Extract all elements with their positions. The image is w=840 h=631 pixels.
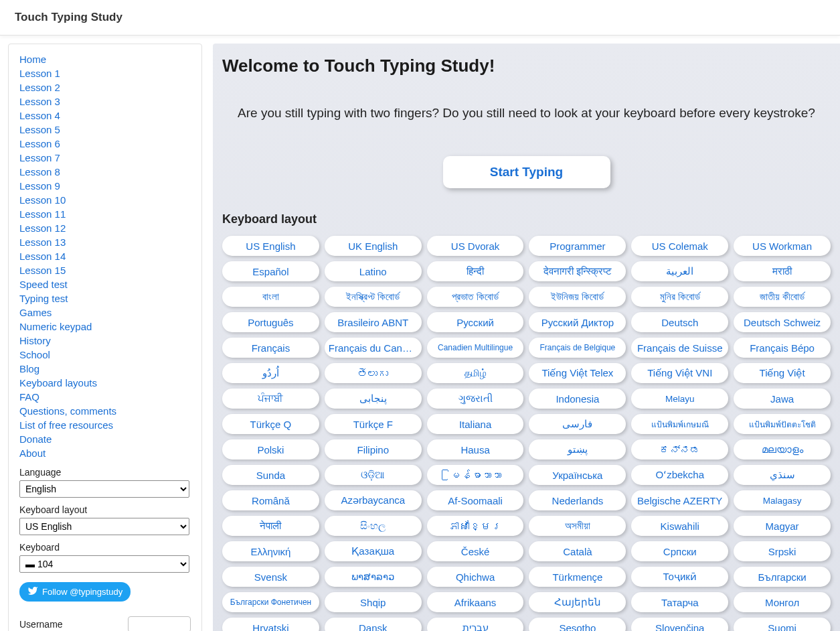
keyboard-layout-chip[interactable]: Български Фонетичен bbox=[222, 592, 319, 612]
keyboard-layout-chip[interactable]: ଓଡ଼ିଆ bbox=[325, 465, 422, 485]
keyboard-layout-chip[interactable]: සිංහල bbox=[325, 516, 422, 536]
keyboard-layout-chip[interactable]: Română bbox=[222, 490, 319, 510]
sidebar-link[interactable]: Lesson 13 bbox=[19, 235, 191, 249]
keyboard-layout-chip[interactable]: Latino bbox=[325, 261, 422, 281]
sidebar-link[interactable]: Lesson 9 bbox=[19, 179, 191, 193]
start-typing-button[interactable]: Start Typing bbox=[443, 156, 610, 188]
username-input[interactable] bbox=[128, 616, 191, 631]
keyboard-layout-chip[interactable]: ગુજરાતી bbox=[427, 389, 524, 409]
keyboard-layout-chip[interactable]: Español bbox=[222, 261, 319, 281]
keyboard-layout-chip[interactable]: Oʻzbekcha bbox=[631, 465, 728, 485]
keyboard-layout-chip[interactable]: মুনির কিবোর্ড bbox=[631, 287, 728, 307]
keyboard-layout-chip[interactable]: Canadien Multilingue bbox=[427, 338, 524, 358]
keyboard-layout-chip[interactable]: Italiana bbox=[427, 414, 524, 434]
keyboard-layout-chip[interactable]: แป้นพิมพ์เกษมณี bbox=[631, 414, 728, 434]
keyboard-layout-chip[interactable]: मराठी bbox=[734, 261, 831, 281]
sidebar-link[interactable]: Typing test bbox=[19, 291, 191, 305]
keyboard-layout-chip[interactable]: မြန်မာဘာသာ bbox=[427, 465, 524, 485]
sidebar-link[interactable]: History bbox=[19, 334, 191, 348]
keyboard-layout-chip[interactable]: České bbox=[427, 541, 524, 561]
sidebar-link[interactable]: Home bbox=[19, 52, 191, 66]
keyboard-layout-chip[interactable]: Shqip bbox=[325, 592, 422, 612]
keyboard-layout-chip[interactable]: Srpski bbox=[734, 541, 831, 561]
keyboard-layout-chip[interactable]: Қазақша bbox=[325, 541, 422, 561]
keyboard-layout-chip[interactable]: سنڌي bbox=[734, 465, 831, 485]
keyboard-layout-chip[interactable]: Dansk bbox=[325, 618, 422, 631]
keyboard-layout-chip[interactable]: Hausa bbox=[427, 439, 524, 460]
keyboard-layout-chip[interactable]: Français bbox=[222, 338, 319, 358]
sidebar-link[interactable]: Lesson 3 bbox=[19, 94, 191, 109]
keyboard-layout-chip[interactable]: Català bbox=[529, 541, 626, 561]
keyboard-layout-chip[interactable]: Tiếng Việt VNI bbox=[631, 363, 728, 383]
keyboard-layout-chip[interactable]: ພາສາລາວ bbox=[325, 567, 422, 587]
sidebar-link[interactable]: Lesson 7 bbox=[19, 151, 191, 165]
keyboard-layout-chip[interactable]: தமிழ் bbox=[427, 363, 524, 383]
keyboard-select[interactable]: ▬ 104 bbox=[19, 555, 189, 573]
keyboard-layout-chip[interactable]: తెలుగు bbox=[325, 363, 422, 383]
sidebar-link[interactable]: Lesson 2 bbox=[19, 80, 191, 94]
keyboard-layout-chip[interactable]: Српски bbox=[631, 541, 728, 561]
keyboard-layout-chip[interactable]: Монгол bbox=[734, 592, 831, 612]
language-select[interactable]: English bbox=[19, 480, 189, 498]
keyboard-layout-chip[interactable]: ইনস্ক্রিপ্ট কিবোর্ড bbox=[325, 287, 422, 307]
keyboard-layout-chip[interactable]: Français Bépo bbox=[734, 338, 831, 358]
keyboard-layout-chip[interactable]: Тоҷикӣ bbox=[631, 567, 728, 587]
sidebar-link[interactable]: Keyboard layouts bbox=[19, 376, 191, 390]
keyboard-layout-chip[interactable]: ಕನ್ನಡ bbox=[631, 439, 728, 460]
keyboard-layout-chip[interactable]: Sesotho bbox=[529, 618, 626, 631]
keyboard-layout-chip[interactable]: עברית bbox=[427, 618, 524, 631]
keyboard-layout-chip[interactable]: Русский Диктор bbox=[529, 312, 626, 332]
keyboard-layout-chip[interactable]: জাতীয় কীবোর্ড bbox=[734, 287, 831, 307]
keyboard-layout-chip[interactable]: Français du Canada bbox=[325, 338, 422, 358]
sidebar-link[interactable]: Speed test bbox=[19, 277, 191, 291]
keyboard-layout-chip[interactable]: Українська bbox=[529, 465, 626, 485]
keyboard-layout-chip[interactable]: Türkçe F bbox=[325, 414, 422, 434]
keyboard-layout-chip[interactable]: বাংলা bbox=[222, 287, 319, 307]
sidebar-link[interactable]: Lesson 5 bbox=[19, 123, 191, 137]
keyboard-layout-chip[interactable]: Suomi bbox=[734, 618, 831, 631]
keyboard-layout-chip[interactable]: Polski bbox=[222, 439, 319, 460]
sidebar-link[interactable]: Lesson 6 bbox=[19, 137, 191, 151]
keyboard-layout-chip[interactable]: Qhichwa bbox=[427, 567, 524, 587]
keyboard-layout-chip[interactable]: US Dvorak bbox=[427, 236, 524, 256]
sidebar-link[interactable]: Lesson 12 bbox=[19, 221, 191, 235]
keyboard-layout-chip[interactable]: Français de Belgique bbox=[529, 338, 626, 358]
keyboard-layout-chip[interactable]: แป้นพิมพ์ปัตตะโชติ bbox=[734, 414, 831, 434]
keyboard-layout-chip[interactable]: Tiếng Việt Telex bbox=[529, 363, 626, 383]
keyboard-layout-chip[interactable]: Sunda bbox=[222, 465, 319, 485]
keyboard-layout-chip[interactable]: Português bbox=[222, 312, 319, 332]
keyboard-layout-chip[interactable]: Afrikaans bbox=[427, 592, 524, 612]
keyboard-layout-chip[interactable]: Programmer bbox=[529, 236, 626, 256]
keyboard-layout-chip[interactable]: देवनागरी इन्स्क्रिप्ट bbox=[529, 261, 626, 281]
sidebar-link[interactable]: Lesson 1 bbox=[19, 66, 191, 80]
keyboard-layout-chip[interactable]: Ελληνική bbox=[222, 541, 319, 561]
keyboard-layout-chip[interactable]: Magyar bbox=[734, 516, 831, 536]
keyboard-layout-chip[interactable]: हिन्दी bbox=[427, 261, 524, 281]
keyboard-layout-chip[interactable]: Azərbaycanca bbox=[325, 490, 422, 510]
sidebar-link[interactable]: List of free resources bbox=[19, 418, 191, 432]
sidebar-link[interactable]: Blog bbox=[19, 362, 191, 376]
keyboard-layout-chip[interactable]: UK English bbox=[325, 236, 422, 256]
keyboard-layout-chip[interactable]: Indonesia bbox=[529, 389, 626, 409]
keyboard-layout-chip[interactable]: Deutsch Schweiz bbox=[734, 312, 831, 332]
sidebar-link[interactable]: Lesson 15 bbox=[19, 263, 191, 277]
keyboard-layout-chip[interactable]: پښتو bbox=[529, 439, 626, 460]
keyboard-layout-chip[interactable]: Türkçe Q bbox=[222, 414, 319, 434]
sidebar-link[interactable]: Questions, comments bbox=[19, 404, 191, 418]
keyboard-layout-chip[interactable]: Български bbox=[734, 567, 831, 587]
keyboard-layout-chip[interactable]: Hrvatski bbox=[222, 618, 319, 631]
keyboard-layout-chip[interactable]: Af-Soomaali bbox=[427, 490, 524, 510]
keyboard-layout-chip[interactable]: Svensk bbox=[222, 567, 319, 587]
sidebar-link[interactable]: Numeric keypad bbox=[19, 320, 191, 334]
keyboard-layout-chip[interactable]: Français de Suisse bbox=[631, 338, 728, 358]
keyboard-layout-select[interactable]: US English bbox=[19, 518, 189, 535]
sidebar-link[interactable]: Donate bbox=[19, 432, 191, 446]
keyboard-layout-chip[interactable]: Filipino bbox=[325, 439, 422, 460]
keyboard-layout-chip[interactable]: Türkmençe bbox=[529, 567, 626, 587]
sidebar-link[interactable]: About bbox=[19, 446, 191, 460]
keyboard-layout-chip[interactable]: فارسى bbox=[529, 414, 626, 434]
twitter-follow-button[interactable]: Follow @typingstudy bbox=[19, 582, 131, 602]
keyboard-layout-chip[interactable]: മലയാളം bbox=[734, 439, 831, 460]
keyboard-layout-chip[interactable]: US English bbox=[222, 236, 319, 256]
sidebar-link[interactable]: Lesson 4 bbox=[19, 109, 191, 123]
